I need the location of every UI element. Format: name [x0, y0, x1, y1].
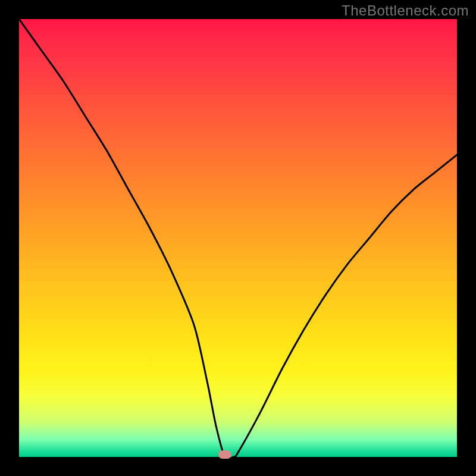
minimum-marker [218, 450, 231, 459]
watermark-text: TheBottleneck.com [342, 2, 469, 19]
chart-frame: TheBottleneck.com [0, 0, 476, 476]
plot-area [19, 19, 457, 457]
bottleneck-curve [19, 19, 457, 457]
